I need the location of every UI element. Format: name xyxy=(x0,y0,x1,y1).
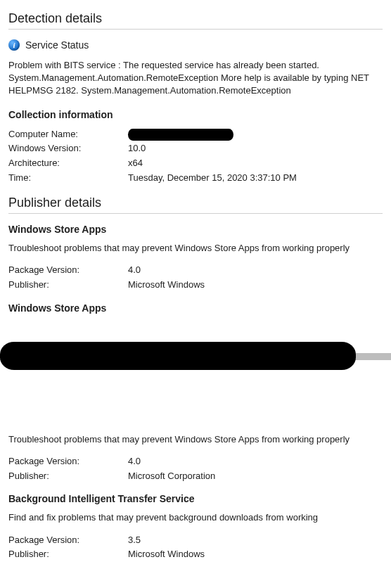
time-label: Time: xyxy=(8,171,128,186)
publisher-label: Publisher: xyxy=(8,469,128,484)
publisher-value: Microsoft Corporation xyxy=(128,469,383,484)
package-version-value: 4.0 xyxy=(128,454,383,469)
package-version-value: 4.0 xyxy=(128,263,383,278)
table-row: Publisher: Microsoft Windows xyxy=(8,278,383,293)
table-row: Package Version: 4.0 xyxy=(8,454,383,469)
publisher-value: Microsoft Windows xyxy=(128,278,383,293)
package-version-value: 3.5 xyxy=(128,533,383,548)
table-row: Architecture: x64 xyxy=(8,156,383,171)
detection-details-title: Detection details xyxy=(8,11,383,30)
info-icon xyxy=(8,39,20,51)
table-row: Windows Version: 10.0 xyxy=(8,141,383,156)
publisher-value: Microsoft Windows xyxy=(128,547,383,562)
package-version-label: Package Version: xyxy=(8,454,128,469)
computer-name-value xyxy=(128,127,383,142)
table-row: Package Version: 3.5 xyxy=(8,533,383,548)
publisher-section-description: Troubleshoot problems that may prevent W… xyxy=(8,433,383,446)
publisher-table: Package Version: 4.0 Publisher: Microsof… xyxy=(8,454,383,484)
collection-table: Computer Name: Windows Version: 10.0 Arc… xyxy=(8,127,383,186)
publisher-table: Package Version: 4.0 Publisher: Microsof… xyxy=(8,263,383,293)
architecture-value: x64 xyxy=(128,156,383,171)
windows-version-label: Windows Version: xyxy=(8,141,128,156)
publisher-section-heading: Windows Store Apps xyxy=(8,302,383,314)
time-value: Tuesday, December 15, 2020 3:37:10 PM xyxy=(128,171,383,186)
publisher-section-heading: Windows Store Apps xyxy=(8,224,383,235)
service-status-row: Service Status xyxy=(8,39,383,51)
table-row: Publisher: Microsoft Corporation xyxy=(8,469,383,484)
problem-text: Problem with BITS service : The requeste… xyxy=(8,59,383,98)
publisher-details-title: Publisher details xyxy=(8,196,383,214)
computer-name-label: Computer Name: xyxy=(8,127,128,142)
package-version-label: Package Version: xyxy=(8,263,128,278)
redacted-value xyxy=(128,129,233,141)
publisher-label: Publisher: xyxy=(8,547,128,562)
architecture-label: Architecture: xyxy=(8,156,128,171)
table-row: Publisher: Microsoft Windows xyxy=(8,547,383,562)
publisher-section-heading: Background Intelligent Transfer Service xyxy=(8,493,383,504)
windows-version-value: 10.0 xyxy=(128,141,383,156)
publisher-section-description: Troubleshoot problems that may prevent W… xyxy=(8,242,383,255)
service-status-label: Service Status xyxy=(25,39,89,51)
table-row: Computer Name: xyxy=(8,127,383,142)
collection-information-heading: Collection information xyxy=(8,109,383,120)
table-row: Package Version: 4.0 xyxy=(8,263,383,278)
redacted-block xyxy=(0,342,391,370)
table-row: Time: Tuesday, December 15, 2020 3:37:10… xyxy=(8,171,383,186)
package-version-label: Package Version: xyxy=(8,533,128,548)
publisher-label: Publisher: xyxy=(8,278,128,293)
publisher-table: Package Version: 3.5 Publisher: Microsof… xyxy=(8,533,383,563)
publisher-section-description: Find and fix problems that may prevent b… xyxy=(8,511,383,524)
